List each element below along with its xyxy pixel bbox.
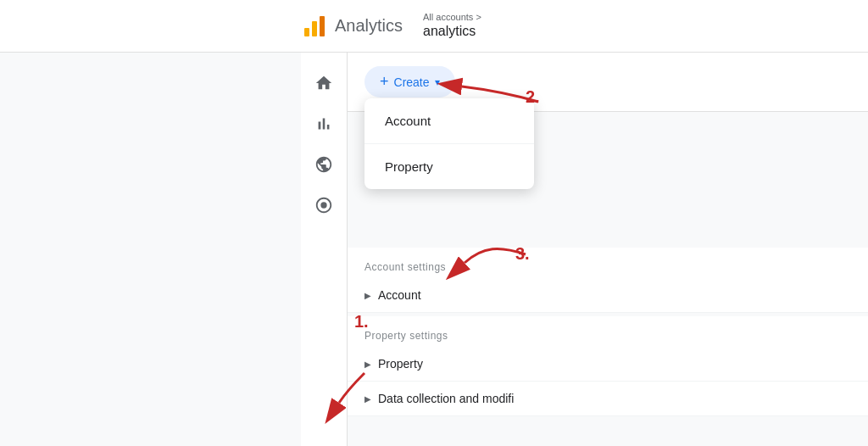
header: Analytics All accounts > analytics	[0, 0, 868, 53]
svg-rect-0	[304, 28, 309, 36]
account-settings-item[interactable]: ▶ Account	[348, 278, 868, 313]
dropdown-arrow-icon: ▾	[435, 76, 440, 88]
property-settings-section: Property settings ▶ Property ▶ Data coll…	[348, 316, 868, 416]
create-label: Create	[394, 75, 430, 89]
create-button[interactable]: + Create ▾	[364, 66, 455, 98]
analytics-logo-icon	[301, 13, 328, 40]
home-nav-item[interactable]	[307, 66, 341, 100]
account-settings-label: Account settings	[348, 248, 868, 278]
svg-rect-2	[320, 16, 325, 36]
property-item-label: Property	[378, 357, 423, 371]
data-item-label: Data collection and modifi	[378, 392, 514, 405]
create-bar: + Create ▾ Account Property	[348, 53, 868, 112]
data-collection-item[interactable]: ▶ Data collection and modifi	[348, 382, 868, 416]
reports-nav-item[interactable]	[307, 107, 341, 141]
property-settings-label: Property settings	[348, 316, 868, 347]
breadcrumb-main: analytics	[423, 23, 481, 41]
plus-icon: +	[380, 73, 389, 91]
breadcrumb-top: All accounts >	[423, 11, 481, 23]
property-chevron-icon: ▶	[364, 360, 371, 369]
account-chevron-icon: ▶	[364, 291, 371, 300]
svg-point-3	[320, 202, 326, 208]
svg-rect-1	[312, 21, 317, 36]
logo-area: Analytics	[301, 13, 423, 40]
breadcrumb: All accounts > analytics	[423, 11, 481, 41]
dropdown-account-item[interactable]: Account	[364, 98, 534, 143]
app-title: Analytics	[335, 16, 403, 36]
icon-sidebar	[301, 53, 348, 446]
dropdown-property-item[interactable]: Property	[364, 143, 534, 189]
account-item-label: Account	[378, 288, 421, 302]
main-content: + Create ▾ Account Property Account sett…	[348, 53, 868, 446]
advertising-nav-item[interactable]	[307, 188, 341, 222]
create-dropdown-menu: Account Property	[364, 98, 534, 189]
data-chevron-icon: ▶	[364, 394, 371, 404]
explore-nav-item[interactable]	[307, 148, 341, 181]
account-settings-section: Account settings ▶ Account	[348, 248, 868, 313]
property-settings-item[interactable]: ▶ Property	[348, 347, 868, 382]
